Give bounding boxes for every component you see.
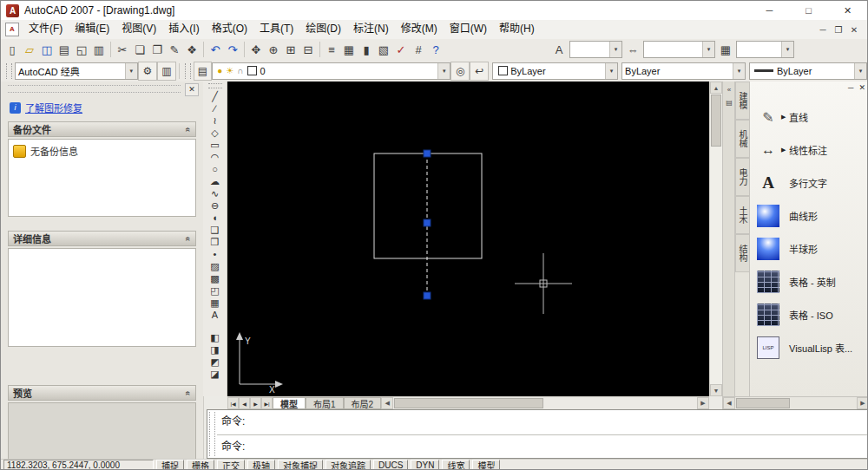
close-button[interactable]: ✕ <box>828 1 867 20</box>
toolbar-grip[interactable] <box>6 63 12 79</box>
grid-toggle[interactable]: 栅格 <box>187 460 214 470</box>
sheet-set-manager-icon[interactable]: ▧ <box>375 41 392 58</box>
backup-files-header[interactable]: 备份文件 « <box>8 121 196 137</box>
undo-icon[interactable]: ↶ <box>207 41 224 58</box>
workspace-save-icon[interactable]: ▥ <box>157 62 176 81</box>
vertical-scroll-thumb[interactable] <box>711 95 721 147</box>
layer-combo[interactable]: ● ☀ ∩ 0 ▾ <box>212 62 450 80</box>
palette-tab[interactable]: 土木 <box>735 196 749 234</box>
new-file-icon[interactable]: ▯ <box>3 41 21 58</box>
multiline-text-icon[interactable]: A <box>206 309 225 321</box>
layer-previous-icon[interactable]: ↩ <box>470 62 489 81</box>
color-combo[interactable]: ByLayer ▾ <box>492 62 618 80</box>
drawn-rectangle[interactable] <box>374 153 482 258</box>
menu-item[interactable]: 修改(M) <box>395 20 444 39</box>
osnap-toggle[interactable]: 对象捕捉 <box>278 460 323 470</box>
coordinate-readout[interactable]: 1182.3203, 675.2447, 0.0000 <box>3 460 154 470</box>
circle-icon[interactable]: ○ <box>206 163 225 175</box>
first-tab-button[interactable]: |◀ <box>227 397 239 409</box>
zoom-previous-icon[interactable]: ⊟ <box>299 41 317 58</box>
workspace-settings-icon[interactable]: ⚙ <box>138 62 157 81</box>
draw-order-above-icon[interactable]: ◩ <box>206 356 225 368</box>
otrack-toggle[interactable]: 对象追踪 <box>326 460 371 470</box>
dropdown-arrow-icon[interactable]: ▾ <box>854 63 866 79</box>
collapse-chevron-icon[interactable]: « <box>184 390 194 395</box>
hatch-icon[interactable]: ▨ <box>206 260 225 272</box>
menu-item[interactable]: 插入(I) <box>162 20 205 39</box>
toolbar-grip[interactable] <box>208 83 222 88</box>
dyn-toggle[interactable]: DYN <box>411 460 439 470</box>
collapse-chevron-icon[interactable]: « <box>184 236 194 241</box>
palette-item-hemisphere[interactable]: 半球形 <box>750 232 868 265</box>
pan-icon[interactable]: ✥ <box>247 41 265 58</box>
dropdown-arrow-icon[interactable]: ▾ <box>781 42 793 57</box>
layout2-tab[interactable]: 布局2 <box>344 397 382 409</box>
mdi-restore-icon[interactable]: ❐ <box>831 25 846 35</box>
palette-horizontal-scrollbar[interactable]: ◀ ▶ <box>723 396 868 409</box>
grip-middle[interactable] <box>424 219 431 226</box>
panel-close-button[interactable]: ✕ <box>185 83 199 96</box>
workspace-combo[interactable]: AutoCAD 经典 ▾ <box>15 62 138 80</box>
collapse-chevron-icon[interactable]: « <box>184 127 194 132</box>
palette-item-table-iso[interactable]: 表格 - ISO <box>750 298 868 331</box>
menu-item[interactable]: 帮助(H) <box>493 20 541 39</box>
menu-item[interactable]: 标注(N) <box>347 20 395 39</box>
zoom-window-icon[interactable]: ⊞ <box>282 41 299 58</box>
copy-icon[interactable]: ❏ <box>131 41 148 58</box>
dropdown-arrow-icon[interactable]: ▾ <box>605 63 617 79</box>
drawing-area[interactable]: Y X <box>227 82 709 396</box>
ortho-toggle[interactable]: 正交 <box>217 460 245 470</box>
properties-icon[interactable]: ≡ <box>323 41 340 58</box>
scroll-left-icon[interactable]: ◀ <box>381 397 393 409</box>
scroll-right-icon[interactable]: ▶ <box>697 397 709 409</box>
quickcalc-icon[interactable]: # <box>410 41 427 58</box>
palette-item-table-imperial[interactable]: 表格 - 英制 <box>750 265 868 298</box>
ducs-toggle[interactable]: DUCS <box>373 460 408 470</box>
polyline-icon[interactable]: ≀ <box>206 114 225 127</box>
line-icon[interactable]: ╱ <box>206 90 225 102</box>
palette-tab[interactable]: 电力 <box>735 158 749 196</box>
model-toggle[interactable]: 模型 <box>472 460 500 470</box>
match-properties-icon[interactable]: ✎ <box>166 41 183 58</box>
linetype-combo[interactable]: ByLayer ▾ <box>621 62 746 80</box>
last-tab-button[interactable]: ▶| <box>261 397 273 409</box>
maximize-button[interactable]: □ <box>789 1 828 20</box>
polar-toggle[interactable]: 极轴 <box>247 460 275 470</box>
palette-tab[interactable]: 建模 <box>735 82 749 120</box>
dropdown-arrow-icon[interactable]: ▾ <box>702 42 714 57</box>
menu-item[interactable]: 编辑(E) <box>69 20 115 39</box>
palette-item-line[interactable]: ✎ ▶ 直线 <box>750 101 868 134</box>
draw-order-back-icon[interactable]: ◨ <box>206 343 225 356</box>
ellipse-arc-icon[interactable]: ◖ <box>206 212 225 224</box>
point-icon[interactable]: • <box>206 248 225 260</box>
grip-bottom[interactable] <box>424 292 431 299</box>
preview-header[interactable]: 预览 « <box>8 385 196 401</box>
dropdown-arrow-icon[interactable]: ▾ <box>733 63 745 79</box>
panel-grip[interactable] <box>8 85 181 93</box>
publish-icon[interactable]: ▥ <box>90 41 108 58</box>
vertical-scroll-track[interactable] <box>710 147 722 384</box>
mdi-minimize-icon[interactable]: ─ <box>815 25 831 35</box>
horizontal-scrollbar[interactable]: ◀ ▶ <box>381 397 709 409</box>
table-style-combo[interactable]: ▾ <box>736 41 794 58</box>
cut-icon[interactable]: ✂ <box>114 41 131 58</box>
save-icon[interactable]: ◫ <box>38 41 56 58</box>
make-object-layer-current-icon[interactable]: ◎ <box>450 62 470 81</box>
recovery-help-link[interactable]: 了解图形修复 <box>25 101 82 114</box>
menu-item[interactable]: 视图(V) <box>115 20 162 39</box>
palette-scroll-thumb[interactable] <box>736 398 790 408</box>
spline-icon[interactable]: ∿ <box>206 187 225 199</box>
palette-item-mtext[interactable]: A 多行文字 <box>750 166 868 199</box>
plot-icon[interactable]: ▤ <box>56 41 73 58</box>
menu-item[interactable]: 工具(T) <box>253 20 299 39</box>
minimize-button[interactable]: ─ <box>750 1 789 20</box>
rectangle-icon[interactable]: ▭ <box>206 139 225 151</box>
lineweight-combo[interactable]: ByLayer ▾ <box>749 62 867 80</box>
layout1-tab[interactable]: 布局1 <box>306 397 344 409</box>
palette-item-linear-dimension[interactable]: ↔ ▶ 线性标注 <box>750 134 868 166</box>
palette-minimize-icon[interactable]: ─ <box>848 83 853 92</box>
insert-block-icon[interactable]: ❑ <box>206 224 225 236</box>
palette-item-curved[interactable]: 曲线形 <box>750 199 868 232</box>
arc-icon[interactable]: ◠ <box>206 151 225 163</box>
drawing-canvas[interactable]: Y X <box>227 82 709 396</box>
